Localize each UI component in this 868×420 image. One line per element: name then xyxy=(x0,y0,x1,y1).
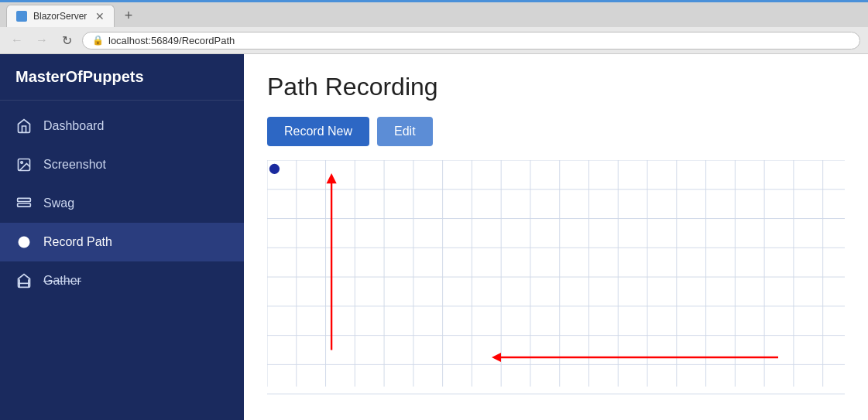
house-icon xyxy=(15,272,33,289)
sidebar-label-swag: Swag xyxy=(43,196,74,210)
top-accent-bar xyxy=(0,0,868,2)
svg-point-4 xyxy=(19,237,29,247)
browser-tab[interactable]: BlazorServer ✕ xyxy=(6,5,115,27)
page-title: Path Recording xyxy=(267,73,845,101)
lock-icon: 🔒 xyxy=(92,35,104,46)
toolbar: Record New Edit xyxy=(267,117,845,146)
new-tab-button[interactable]: + xyxy=(118,5,139,27)
sidebar-item-gather[interactable]: Gather xyxy=(0,261,244,300)
svg-rect-3 xyxy=(18,203,31,207)
forward-button[interactable]: → xyxy=(33,31,51,50)
tab-bar: BlazorServer ✕ + xyxy=(0,0,868,27)
tab-close-button[interactable]: ✕ xyxy=(95,10,105,22)
home-icon xyxy=(15,118,33,135)
svg-point-40 xyxy=(269,164,280,174)
layers-icon xyxy=(15,195,33,212)
sidebar-label-dashboard: Dashboard xyxy=(43,119,104,133)
sidebar: MasterOfPuppets Dashboard xyxy=(0,54,244,420)
reload-button[interactable]: ↻ xyxy=(57,31,76,50)
sidebar-item-record-path[interactable]: Record Path xyxy=(0,223,244,261)
svg-marker-42 xyxy=(326,173,336,183)
sidebar-item-screenshot[interactable]: Screenshot xyxy=(0,145,244,184)
circle-icon xyxy=(15,234,33,251)
image-icon xyxy=(15,156,33,173)
sidebar-nav: Dashboard Screenshot xyxy=(0,101,244,306)
app-container: MasterOfPuppets Dashboard xyxy=(0,54,868,420)
edit-button[interactable]: Edit xyxy=(377,117,433,146)
sidebar-label-gather: Gather xyxy=(43,274,81,288)
main-content: Path Recording Record New Edit xyxy=(244,54,868,420)
sidebar-item-swag[interactable]: Swag xyxy=(0,184,244,223)
svg-point-1 xyxy=(21,162,22,164)
sidebar-item-dashboard[interactable]: Dashboard xyxy=(0,107,244,145)
sidebar-title: MasterOfPuppets xyxy=(0,54,244,101)
grid-canvas xyxy=(267,160,845,396)
back-button[interactable]: ← xyxy=(8,31,26,50)
browser-chrome: BlazorServer ✕ + ← → ↻ 🔒 localhost:56849… xyxy=(0,0,868,54)
sidebar-label-screenshot: Screenshot xyxy=(43,158,106,172)
url-text: localhost:56849/RecordPath xyxy=(108,35,235,46)
url-bar[interactable]: 🔒 localhost:56849/RecordPath xyxy=(82,32,860,50)
sidebar-label-record-path: Record Path xyxy=(43,235,112,249)
tab-favicon xyxy=(16,11,27,22)
record-new-button[interactable]: Record New xyxy=(267,117,369,146)
address-bar: ← → ↻ 🔒 localhost:56849/RecordPath xyxy=(0,27,868,53)
svg-rect-2 xyxy=(18,198,31,201)
path-recording-grid xyxy=(267,160,845,396)
tab-label: BlazorServer xyxy=(33,11,87,22)
